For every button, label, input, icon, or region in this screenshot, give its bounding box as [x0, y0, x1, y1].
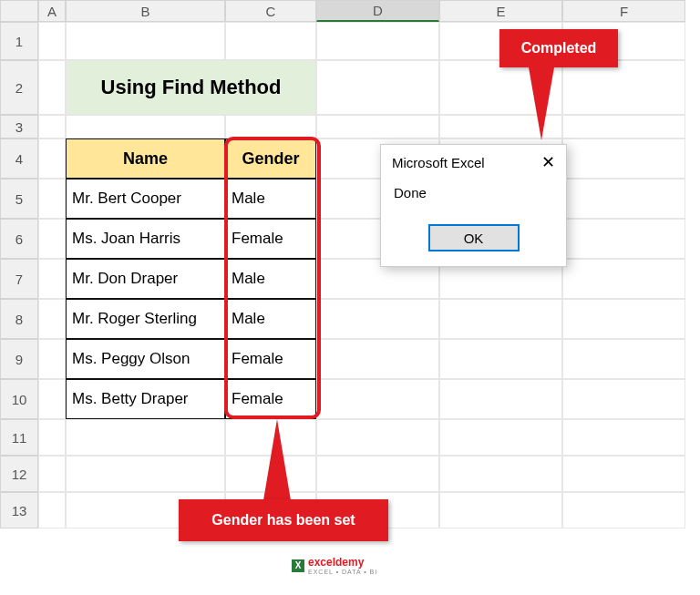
- row-head-10[interactable]: 10: [0, 379, 38, 419]
- cell-F12[interactable]: [562, 456, 685, 492]
- table-row-name[interactable]: Ms. Betty Draper: [66, 379, 225, 419]
- cell-F7[interactable]: [562, 259, 685, 299]
- row-head-12[interactable]: 12: [0, 456, 38, 492]
- select-all-corner[interactable]: [0, 0, 38, 22]
- table-row-name[interactable]: Ms. Peggy Olson: [66, 339, 225, 379]
- table-row-name[interactable]: Mr. Roger Sterling: [66, 299, 225, 339]
- cell-F10[interactable]: [562, 379, 685, 419]
- cell-A11[interactable]: [38, 419, 66, 456]
- cell-A6[interactable]: [38, 219, 66, 259]
- table-row-gender[interactable]: Female: [225, 339, 316, 379]
- cell-A12[interactable]: [38, 456, 66, 492]
- callout-gender-set: Gender has been set: [179, 499, 388, 541]
- cell-D1[interactable]: [316, 22, 439, 60]
- cell-C3[interactable]: [225, 115, 316, 138]
- row-head-9[interactable]: 9: [0, 339, 38, 379]
- message-box: Microsoft Excel ✕ Done OK: [380, 144, 567, 267]
- row-head-7[interactable]: 7: [0, 259, 38, 299]
- col-head-E[interactable]: E: [439, 0, 562, 22]
- cell-D10[interactable]: [316, 379, 439, 419]
- cell-F3[interactable]: [562, 115, 685, 138]
- row-head-13[interactable]: 13: [0, 492, 38, 528]
- cell-F11[interactable]: [562, 419, 685, 456]
- cell-A1[interactable]: [38, 22, 66, 60]
- row-head-3[interactable]: 3: [0, 115, 38, 138]
- cell-F2[interactable]: [562, 60, 685, 115]
- cell-E10[interactable]: [439, 379, 562, 419]
- cell-D3[interactable]: [316, 115, 439, 138]
- cell-A10[interactable]: [38, 379, 66, 419]
- cell-F13[interactable]: [562, 492, 685, 528]
- table-row-name[interactable]: Mr. Bert Cooper: [66, 179, 225, 219]
- watermark-brand: exceldemy: [308, 556, 377, 569]
- cell-D12[interactable]: [316, 456, 439, 492]
- cell-D9[interactable]: [316, 339, 439, 379]
- col-head-D[interactable]: D: [316, 0, 439, 22]
- cell-B11[interactable]: [66, 419, 225, 456]
- cell-F8[interactable]: [562, 299, 685, 339]
- cell-F4[interactable]: [562, 138, 685, 179]
- cell-B1[interactable]: [66, 22, 225, 60]
- col-head-A[interactable]: A: [38, 0, 66, 22]
- cell-F9[interactable]: [562, 339, 685, 379]
- row-head-11[interactable]: 11: [0, 419, 38, 456]
- cell-D2[interactable]: [316, 60, 439, 115]
- cell-E9[interactable]: [439, 339, 562, 379]
- watermark-tagline: EXCEL • DATA • BI: [308, 569, 377, 575]
- table-header-gender[interactable]: Gender: [225, 138, 316, 179]
- dialog-message: Done: [381, 180, 566, 215]
- cell-A2[interactable]: [38, 60, 66, 115]
- callout-tail-bottom: [262, 419, 292, 506]
- cell-E11[interactable]: [439, 419, 562, 456]
- cell-A7[interactable]: [38, 259, 66, 299]
- cell-E13[interactable]: [439, 492, 562, 528]
- cell-A3[interactable]: [38, 115, 66, 138]
- excel-logo-icon: X: [292, 559, 304, 572]
- cell-E12[interactable]: [439, 456, 562, 492]
- callout-completed: Completed: [499, 29, 618, 67]
- cell-A4[interactable]: [38, 138, 66, 179]
- cell-F5[interactable]: [562, 179, 685, 219]
- cell-B12[interactable]: [66, 456, 225, 492]
- row-head-4[interactable]: 4: [0, 138, 38, 179]
- cell-A9[interactable]: [38, 339, 66, 379]
- row-head-6[interactable]: 6: [0, 219, 38, 259]
- ok-button[interactable]: OK: [428, 224, 520, 251]
- watermark: X exceldemy EXCEL • DATA • BI: [292, 556, 377, 575]
- cell-A13[interactable]: [38, 492, 66, 528]
- table-row-gender[interactable]: Female: [225, 379, 316, 419]
- table-row-gender[interactable]: Male: [225, 259, 316, 299]
- col-head-C[interactable]: C: [225, 0, 316, 22]
- cell-E8[interactable]: [439, 299, 562, 339]
- table-header-name[interactable]: Name: [66, 138, 225, 179]
- col-head-B[interactable]: B: [66, 0, 225, 22]
- row-head-8[interactable]: 8: [0, 299, 38, 339]
- spreadsheet-grid: A B C D E F 1 2 Using Find Method 3 4 Na…: [0, 0, 685, 528]
- cell-D11[interactable]: [316, 419, 439, 456]
- cell-B3[interactable]: [66, 115, 225, 138]
- cell-A8[interactable]: [38, 299, 66, 339]
- cell-A5[interactable]: [38, 179, 66, 219]
- close-icon[interactable]: ✕: [541, 152, 555, 172]
- row-head-5[interactable]: 5: [0, 179, 38, 219]
- dialog-title-text: Microsoft Excel: [392, 155, 485, 170]
- table-row-gender[interactable]: Male: [225, 179, 316, 219]
- table-row-name[interactable]: Mr. Don Draper: [66, 259, 225, 299]
- title-cell[interactable]: Using Find Method: [66, 60, 316, 115]
- col-head-F[interactable]: F: [562, 0, 685, 22]
- table-row-gender[interactable]: Female: [225, 219, 316, 259]
- callout-tail-top: [529, 67, 554, 140]
- row-head-2[interactable]: 2: [0, 60, 38, 115]
- cell-C1[interactable]: [225, 22, 316, 60]
- row-head-1[interactable]: 1: [0, 22, 38, 60]
- cell-D8[interactable]: [316, 299, 439, 339]
- cell-F6[interactable]: [562, 219, 685, 259]
- table-row-name[interactable]: Ms. Joan Harris: [66, 219, 225, 259]
- table-row-gender[interactable]: Male: [225, 299, 316, 339]
